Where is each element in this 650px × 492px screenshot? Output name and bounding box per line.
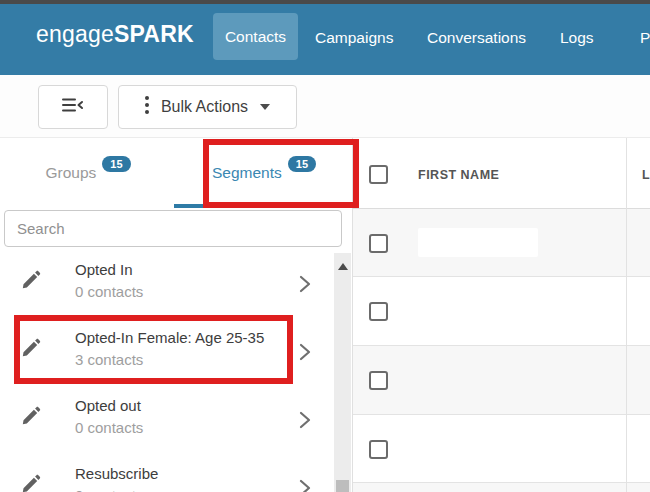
list-item-resubscribe[interactable]: Resubscribe 0 contacts bbox=[0, 457, 334, 492]
column-header-last-name-clipped: L bbox=[642, 168, 650, 182]
chevron-right-icon[interactable] bbox=[299, 478, 311, 492]
row-checkbox[interactable] bbox=[369, 234, 388, 253]
segment-name: Opted-In Female: Age 25-35 bbox=[75, 329, 264, 346]
segment-list: Opted In 0 contacts Opted-In Female: Age… bbox=[0, 247, 334, 492]
bulk-actions-button[interactable]: Bulk Actions bbox=[118, 85, 297, 129]
table-row[interactable] bbox=[353, 209, 650, 277]
column-divider bbox=[626, 138, 627, 492]
chevron-right-icon[interactable] bbox=[299, 342, 311, 366]
top-navbar: engageSPARK Contacts Campaigns Conversat… bbox=[0, 4, 650, 75]
nav-item-logs[interactable]: Logs bbox=[560, 29, 594, 47]
tab-groups-label: Groups bbox=[45, 164, 96, 182]
redacted-cell-value bbox=[418, 228, 538, 257]
segment-name: Resubscribe bbox=[75, 465, 158, 482]
tab-groups[interactable]: Groups 15 bbox=[0, 138, 176, 208]
logo-text-engage: engage bbox=[36, 21, 114, 47]
list-item-opted-in[interactable]: Opted In 0 contacts bbox=[0, 253, 334, 321]
scroll-up-arrow-icon[interactable] bbox=[338, 263, 348, 270]
active-tab-underline bbox=[174, 204, 355, 208]
select-all-checkbox[interactable] bbox=[369, 165, 388, 184]
segment-contact-count: 0 contacts bbox=[75, 283, 143, 300]
list-item-opted-in-female-age-25-35[interactable]: Opted-In Female: Age 25-35 3 contacts bbox=[0, 321, 334, 389]
table-row[interactable] bbox=[353, 277, 650, 346]
segment-name: Opted In bbox=[75, 261, 133, 278]
edit-pencil-icon[interactable] bbox=[21, 474, 41, 492]
scrollbar-thumb[interactable] bbox=[336, 480, 349, 492]
list-scrollbar[interactable] bbox=[334, 253, 351, 492]
segment-contact-count: 0 contacts bbox=[75, 487, 143, 492]
app-window: engageSPARK Contacts Campaigns Conversat… bbox=[0, 0, 650, 492]
tab-segments-label: Segments bbox=[212, 164, 282, 182]
column-header-first-name: FIRST NAME bbox=[418, 168, 499, 182]
nav-item-clipped[interactable]: P bbox=[640, 29, 650, 47]
collapse-sidebar-button[interactable] bbox=[38, 85, 108, 129]
tab-segments[interactable]: Segments 15 bbox=[176, 138, 352, 208]
nav-item-conversations[interactable]: Conversations bbox=[427, 29, 526, 47]
contacts-table: FIRST NAME L bbox=[352, 138, 650, 492]
bulk-actions-label: Bulk Actions bbox=[161, 98, 248, 116]
vertical-ellipsis-icon bbox=[145, 96, 149, 118]
chevron-right-icon[interactable] bbox=[299, 274, 311, 298]
segment-contact-count: 0 contacts bbox=[75, 419, 143, 436]
groups-count-badge: 15 bbox=[102, 156, 130, 172]
logo-text-spark: SPARK bbox=[114, 21, 194, 47]
row-checkbox[interactable] bbox=[369, 302, 388, 321]
list-item-opted-out[interactable]: Opted out 0 contacts bbox=[0, 389, 334, 457]
segment-name: Opted out bbox=[75, 397, 141, 414]
table-row[interactable] bbox=[353, 346, 650, 415]
chevron-right-icon[interactable] bbox=[299, 410, 311, 434]
edit-pencil-icon[interactable] bbox=[21, 338, 41, 362]
table-header-row: FIRST NAME L bbox=[353, 138, 650, 209]
table-row-partial[interactable] bbox=[353, 483, 650, 492]
search-input[interactable] bbox=[4, 210, 342, 247]
segments-count-badge: 15 bbox=[288, 156, 316, 172]
edit-pencil-icon[interactable] bbox=[21, 406, 41, 430]
nav-item-contacts[interactable]: Contacts bbox=[213, 13, 298, 60]
nav-item-campaigns[interactable]: Campaigns bbox=[315, 29, 393, 47]
row-checkbox[interactable] bbox=[369, 440, 388, 459]
engagespark-logo[interactable]: engageSPARK bbox=[36, 21, 194, 48]
dropdown-caret-icon bbox=[260, 104, 270, 110]
row-checkbox[interactable] bbox=[369, 371, 388, 390]
segment-contact-count: 3 contacts bbox=[75, 351, 143, 368]
table-row[interactable] bbox=[353, 415, 650, 483]
edit-pencil-icon[interactable] bbox=[21, 270, 41, 294]
collapse-panel-icon bbox=[62, 97, 84, 117]
toolbar: Bulk Actions bbox=[0, 75, 650, 138]
